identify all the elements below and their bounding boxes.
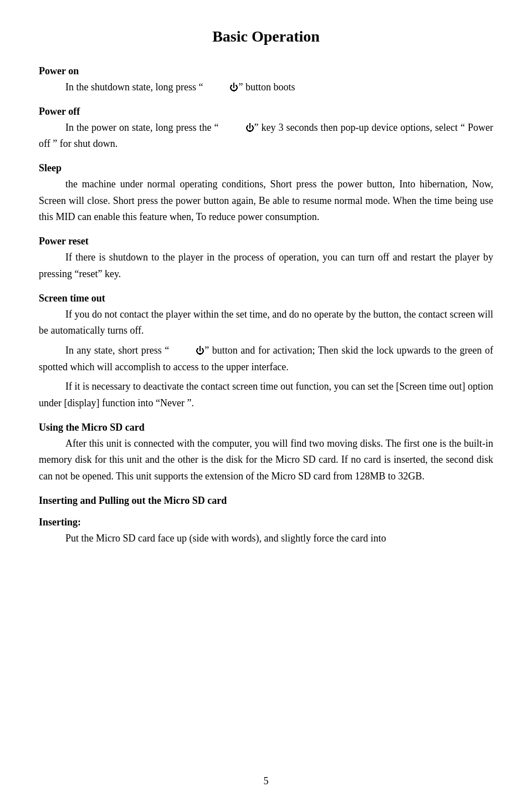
using-micro-sd-text: After this unit is connected with the co…: [39, 436, 493, 485]
inserting-text: Put the Micro SD card face up (side with…: [39, 530, 493, 547]
power-reset-text: If there is shutdown to the player in th…: [39, 249, 493, 282]
page-number: 5: [0, 775, 532, 787]
using-micro-sd-heading: Using the Micro SD card: [39, 422, 493, 433]
sleep-heading: Sleep: [39, 162, 493, 174]
section-power-off: Power off In the power on state, long pr…: [39, 106, 493, 152]
page-title: Basic Operation: [39, 28, 493, 45]
section-inserting: Inserting: Put the Micro SD card face up…: [39, 517, 493, 547]
screen-time-out-text-1: If you do not contact the player within …: [39, 307, 493, 339]
power-icon-2: ⏻: [219, 121, 254, 135]
section-power-reset: Power reset If there is shutdown to the …: [39, 236, 493, 282]
section-inserting-pulling: Inserting and Pulling out the Micro SD c…: [39, 495, 493, 507]
inserting-pulling-heading: Inserting and Pulling out the Micro SD c…: [39, 495, 493, 507]
screen-time-out-text-2: In any state, short press “⏻” button and…: [39, 343, 493, 375]
sleep-text: the machine under normal operating condi…: [39, 176, 493, 226]
power-on-heading: Power on: [39, 65, 493, 77]
power-icon-3: ⏻: [169, 344, 204, 358]
section-power-on: Power on In the shutdown state, long pre…: [39, 65, 493, 96]
power-on-text: In the shutdown state, long press “⏻” bu…: [39, 79, 493, 96]
power-off-heading: Power off: [39, 106, 493, 118]
page-container: Basic Operation Power on In the shutdown…: [0, 0, 532, 594]
inserting-heading: Inserting:: [39, 517, 493, 528]
section-screen-time-out: Screen time out If you do not contact th…: [39, 293, 493, 412]
screen-time-out-text-3: If it is necessary to deactivate the con…: [39, 379, 493, 411]
power-icon-1: ⏻: [203, 80, 238, 95]
section-sleep: Sleep the machine under normal operating…: [39, 162, 493, 226]
power-reset-heading: Power reset: [39, 236, 493, 247]
power-off-text: In the power on state, long press the “⏻…: [39, 120, 493, 152]
screen-time-out-heading: Screen time out: [39, 293, 493, 304]
section-using-micro-sd: Using the Micro SD card After this unit …: [39, 422, 493, 485]
